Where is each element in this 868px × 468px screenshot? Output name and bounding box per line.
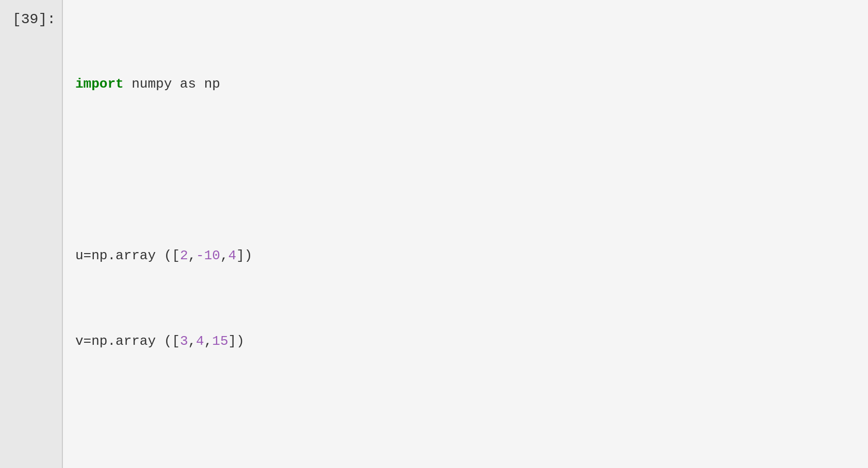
space2: np xyxy=(196,76,220,92)
code-line-blank2 xyxy=(75,416,856,438)
keyword-import: import xyxy=(75,76,124,92)
code-line-import: import numpy as np xyxy=(75,74,856,95)
code-line-u: u=np.array ([2,-10,4]) xyxy=(75,245,856,267)
keyword-as: as xyxy=(180,76,196,92)
cell-number: [39]: xyxy=(12,9,56,29)
cell-gutter: [39]: xyxy=(0,0,62,468)
code-line-v: v=np.array ([3,4,15]) xyxy=(75,331,856,353)
space1: numpy xyxy=(124,76,180,92)
code-block: import numpy as np u=np.array ([2,-10,4]… xyxy=(75,9,856,468)
cell-content[interactable]: import numpy as np u=np.array ([2,-10,4]… xyxy=(62,0,868,468)
notebook-cell: [39]: import numpy as np u=np.array ([2,… xyxy=(0,0,868,468)
code-line-blank1 xyxy=(75,159,856,181)
